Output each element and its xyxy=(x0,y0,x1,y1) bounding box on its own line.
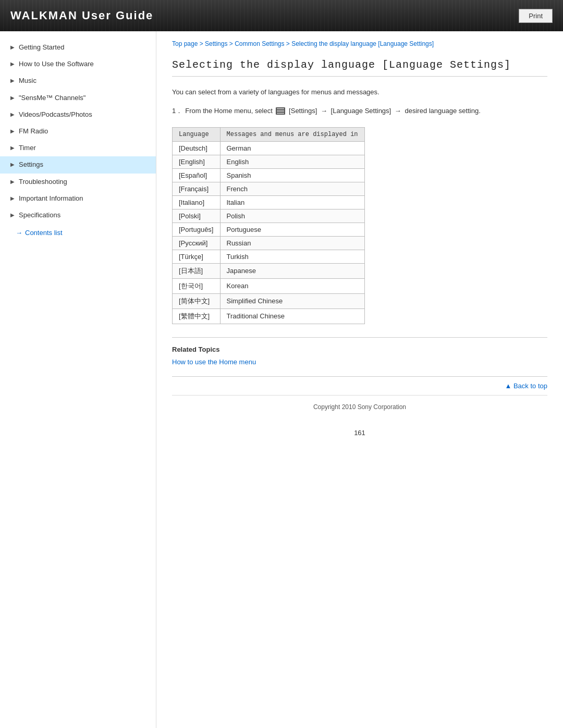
lang-display-cell: Korean xyxy=(220,278,364,293)
breadcrumb-settings[interactable]: Settings xyxy=(205,40,227,47)
arrow-icon: ▶ xyxy=(10,144,15,152)
header: WALKMAN User Guide Print xyxy=(0,0,563,31)
arrow-icon: ▶ xyxy=(10,60,15,68)
table-row: [Português]Portuguese xyxy=(173,223,365,236)
arrow-icon: ▶ xyxy=(10,111,15,118)
lang-display-cell: Traditional Chinese xyxy=(220,309,364,324)
lang-display-cell: Polish xyxy=(220,209,364,223)
sidebar-item-software[interactable]: ▶ How to Use the Software xyxy=(0,56,156,72)
sidebar-item-label: "SensMe™ Channels" xyxy=(19,93,85,103)
table-row: [한국어]Korean xyxy=(173,278,365,293)
breadcrumb-common-settings[interactable]: Common Settings xyxy=(235,40,284,47)
sidebar: ▶ Getting Started ▶ How to Use the Softw… xyxy=(0,31,156,728)
back-to-top-link[interactable]: ▲ Back to top xyxy=(505,382,547,390)
back-to-top-row: ▲ Back to top xyxy=(172,376,547,395)
lang-code-cell: [English] xyxy=(173,155,221,168)
related-topics-title: Related Topics xyxy=(172,346,547,353)
language-table: Language Messages and menus are displaye… xyxy=(172,127,365,324)
lang-display-cell: French xyxy=(220,182,364,195)
contents-list-link[interactable]: → Contents list xyxy=(0,224,156,242)
table-row: [Polski]Polish xyxy=(173,209,365,223)
sidebar-item-important-info[interactable]: ▶ Important Information xyxy=(0,190,156,207)
arrow-symbol-1: → xyxy=(321,107,327,115)
arrow-icon: ▶ xyxy=(10,212,15,219)
lang-display-cell: Simplified Chinese xyxy=(220,293,364,309)
lang-code-cell: [Italiano] xyxy=(173,195,221,209)
table-row: [Français]French xyxy=(173,182,365,195)
lang-display-cell: Turkish xyxy=(220,250,364,263)
lang-code-cell: [Polski] xyxy=(173,209,221,223)
lang-code-cell: [Português] xyxy=(173,223,221,236)
arrow-icon: ▶ xyxy=(10,195,15,202)
sidebar-item-getting-started[interactable]: ▶ Getting Started xyxy=(0,39,156,56)
col-display-header: Messages and menus are displayed in xyxy=(220,127,364,141)
copyright-text: Copyright 2010 Sony Corporation xyxy=(313,403,406,411)
sidebar-item-label: Troubleshooting xyxy=(19,177,67,187)
sidebar-item-specifications[interactable]: ▶ Specifications xyxy=(0,207,156,224)
breadcrumb-current[interactable]: Selecting the display language [Language… xyxy=(291,40,434,47)
related-topics-section: Related Topics How to use the Home menu xyxy=(172,337,547,366)
sidebar-item-fm-radio[interactable]: ▶ FM Radio xyxy=(0,123,156,140)
lang-code-cell: [Türkçe] xyxy=(173,250,221,263)
sidebar-item-troubleshooting[interactable]: ▶ Troubleshooting xyxy=(0,174,156,190)
sidebar-item-label: FM Radio xyxy=(19,127,48,136)
lang-code-cell: [Русский] xyxy=(173,236,221,250)
sidebar-item-settings[interactable]: ▶ Settings xyxy=(0,156,156,173)
arrow-icon: ▶ xyxy=(10,161,15,168)
step-lang-settings: [Language Settings] xyxy=(331,107,391,115)
sidebar-item-label: How to Use the Software xyxy=(19,59,94,69)
sidebar-item-videos[interactable]: ▶ Videos/Podcasts/Photos xyxy=(0,106,156,123)
sidebar-item-label: Important Information xyxy=(19,194,83,203)
print-button[interactable]: Print xyxy=(519,9,553,23)
table-row: [日本語]Japanese xyxy=(173,263,365,278)
sidebar-item-label: Settings xyxy=(19,160,43,169)
col-language-header: Language xyxy=(173,127,221,141)
arrow-icon: ▶ xyxy=(10,77,15,84)
arrow-icon: ▶ xyxy=(10,44,15,51)
footer: Copyright 2010 Sony Corporation xyxy=(172,395,547,418)
lang-code-cell: [Français] xyxy=(173,182,221,195)
arrow-right-icon: → xyxy=(16,229,22,237)
lang-code-cell: [한국어] xyxy=(173,278,221,293)
lang-code-cell: [Español] xyxy=(173,168,221,182)
table-row: [Русский]Russian xyxy=(173,236,365,250)
lang-code-cell: [日本語] xyxy=(173,263,221,278)
sidebar-item-label: Getting Started xyxy=(19,43,64,52)
breadcrumb-top[interactable]: Top page xyxy=(172,40,198,47)
lang-display-cell: Japanese xyxy=(220,263,364,278)
step-instruction: 1． From the Home menu, select [Settings]… xyxy=(172,106,547,117)
table-row: [Español]Spanish xyxy=(173,168,365,182)
related-link-home-menu[interactable]: How to use the Home menu xyxy=(172,358,256,366)
sidebar-item-music[interactable]: ▶ Music xyxy=(0,72,156,89)
content-area: Top page > Settings > Common Settings > … xyxy=(156,31,563,728)
lang-display-cell: German xyxy=(220,141,364,155)
arrow-symbol-2: → xyxy=(395,107,401,115)
sidebar-item-sensme[interactable]: ▶ "SensMe™ Channels" xyxy=(0,90,156,106)
page-number: 161 xyxy=(172,418,547,447)
step-end-text: desired language setting. xyxy=(405,107,480,115)
table-row: [Italiano]Italian xyxy=(173,195,365,209)
lang-display-cell: Spanish xyxy=(220,168,364,182)
arrow-icon: ▶ xyxy=(10,178,15,186)
arrow-icon: ▶ xyxy=(10,94,15,102)
step-from-text: From the Home menu, select xyxy=(185,107,273,115)
sidebar-item-timer[interactable]: ▶ Timer xyxy=(0,140,156,156)
lang-code-cell: [简体中文] xyxy=(173,293,221,309)
sidebar-item-label: Videos/Podcasts/Photos xyxy=(19,110,92,119)
settings-icon xyxy=(276,107,285,115)
table-row: [Deutsch]German xyxy=(173,141,365,155)
main-layout: ▶ Getting Started ▶ How to Use the Softw… xyxy=(0,31,563,728)
table-row: [繁體中文]Traditional Chinese xyxy=(173,309,365,324)
step-settings-bracket: [Settings] xyxy=(289,107,317,115)
breadcrumb: Top page > Settings > Common Settings > … xyxy=(172,39,547,48)
lang-code-cell: [繁體中文] xyxy=(173,309,221,324)
contents-list-label: Contents list xyxy=(25,229,63,237)
table-row: [English]English xyxy=(173,155,365,168)
arrow-icon: ▶ xyxy=(10,128,15,135)
table-row: [Türkçe]Turkish xyxy=(173,250,365,263)
lang-display-cell: Portuguese xyxy=(220,223,364,236)
intro-text: You can select from a variety of languag… xyxy=(172,87,547,98)
sidebar-item-label: Specifications xyxy=(19,211,60,220)
lang-display-cell: Russian xyxy=(220,236,364,250)
table-row: [简体中文]Simplified Chinese xyxy=(173,293,365,309)
